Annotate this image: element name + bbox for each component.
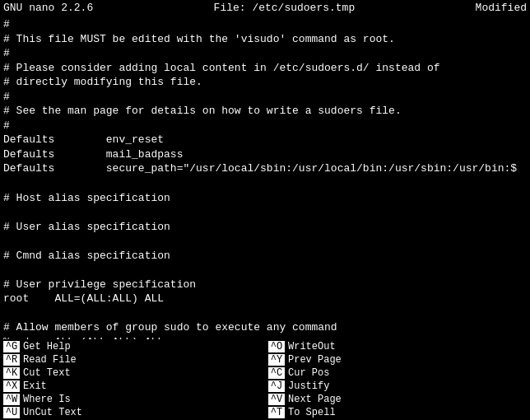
shortcut-key-9: ^V <box>268 394 285 405</box>
shortcut-key-3: ^Y <box>268 354 285 366</box>
shortcut-key-5: ^C <box>268 367 285 379</box>
app-name: GNU nano 2.2.6 <box>3 2 93 14</box>
shortcut-bar: ^GGet Help^OWriteOut^RRead File^YPrev Pa… <box>0 339 530 420</box>
shortcut-item-6[interactable]: ^XExit <box>0 380 265 393</box>
shortcut-key-4: ^K <box>3 367 20 379</box>
shortcut-label-8: Where Is <box>23 394 71 405</box>
shortcut-label-10: UnCut Text <box>23 407 82 418</box>
shortcut-item-0[interactable]: ^GGet Help <box>0 340 265 353</box>
title-bar: GNU nano 2.2.6 File: /etc/sudoers.tmp Mo… <box>0 0 530 16</box>
shortcut-label-3: Prev Page <box>288 354 342 366</box>
shortcut-key-10: ^U <box>3 407 20 418</box>
shortcut-item-4[interactable]: ^KCut Text <box>0 366 265 380</box>
shortcut-label-1: WriteOut <box>288 341 336 352</box>
shortcut-key-2: ^R <box>3 354 20 366</box>
shortcut-key-6: ^X <box>3 380 20 392</box>
shortcut-key-1: ^O <box>268 341 285 352</box>
shortcut-key-7: ^J <box>268 380 285 392</box>
shortcut-label-4: Cut Text <box>23 367 71 379</box>
shortcut-label-9: Next Page <box>288 394 342 405</box>
shortcut-label-11: To Spell <box>288 407 336 418</box>
shortcut-item-1[interactable]: ^OWriteOut <box>265 340 530 353</box>
shortcut-label-2: Read File <box>23 354 77 366</box>
shortcut-label-5: Cur Pos <box>288 367 329 379</box>
shortcut-item-10[interactable]: ^UUnCut Text <box>0 406 265 419</box>
editor-area[interactable]: # # This file MUST be edited with the 'v… <box>0 16 530 339</box>
shortcut-item-3[interactable]: ^YPrev Page <box>265 353 530 366</box>
shortcut-item-7[interactable]: ^JJustify <box>265 380 530 393</box>
shortcut-item-11[interactable]: ^TTo Spell <box>265 406 530 419</box>
file-name: File: /etc/sudoers.tmp <box>214 2 356 14</box>
shortcut-label-0: Get Help <box>23 341 71 352</box>
shortcut-key-8: ^W <box>3 394 20 405</box>
shortcut-label-7: Justify <box>288 380 329 392</box>
shortcut-item-5[interactable]: ^CCur Pos <box>265 366 530 380</box>
shortcut-item-2[interactable]: ^RRead File <box>0 353 265 366</box>
nano-editor: GNU nano 2.2.6 File: /etc/sudoers.tmp Mo… <box>0 0 530 420</box>
shortcut-key-11: ^T <box>268 407 285 418</box>
shortcut-key-0: ^G <box>3 341 20 352</box>
shortcut-item-8[interactable]: ^WWhere Is <box>0 393 265 406</box>
modified-status: Modified <box>476 2 527 14</box>
shortcut-item-9[interactable]: ^VNext Page <box>265 393 530 406</box>
shortcut-label-6: Exit <box>23 380 47 392</box>
